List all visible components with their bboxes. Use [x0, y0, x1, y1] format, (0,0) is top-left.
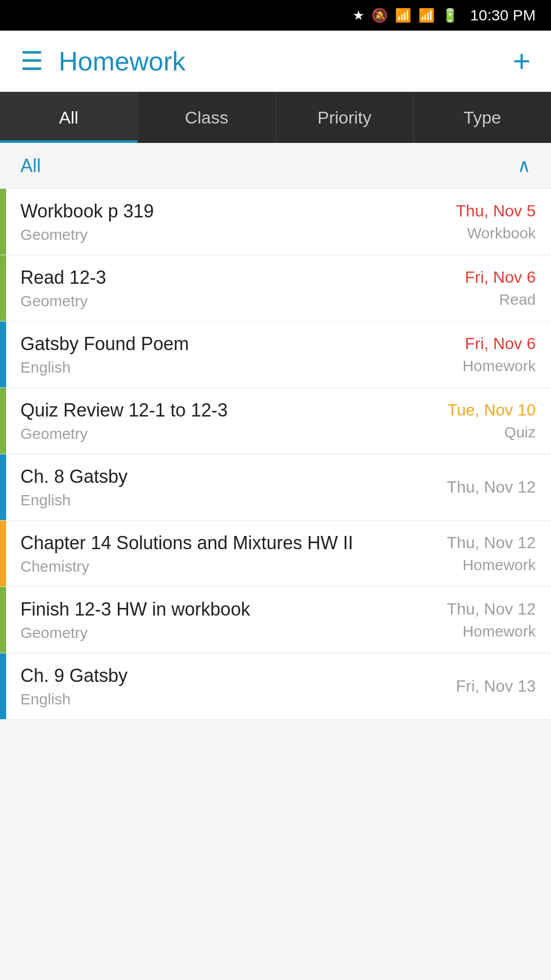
menu-icon[interactable]: ☰ [20, 48, 43, 74]
item-title: Quiz Review 12-1 to 12-3 [20, 400, 228, 421]
list-item[interactable]: Finish 12-3 HW in workbookGeometryThu, N… [0, 587, 551, 653]
tab-class[interactable]: Class [138, 92, 276, 143]
item-date: Thu, Nov 12 [447, 533, 536, 552]
item-right: Fri, Nov 13 [456, 677, 536, 696]
color-bar [0, 454, 6, 520]
item-type: Workbook [467, 225, 536, 242]
tab-type[interactable]: Type [414, 92, 551, 143]
item-title: Ch. 9 Gatsby [20, 665, 128, 687]
bluetooth-icon: ★ [353, 8, 364, 23]
item-subject: Geometry [20, 226, 154, 243]
vibrate-icon: 🔕 [371, 8, 388, 23]
battery-icon: 🔋 [442, 8, 458, 23]
item-right: Tue, Nov 10Quiz [447, 401, 536, 441]
color-bar [0, 521, 6, 586]
item-left: Finish 12-3 HW in workbookGeometry [20, 599, 250, 642]
color-bar [0, 255, 6, 321]
item-date: Fri, Nov 6 [465, 268, 536, 287]
item-content: Chapter 14 Solutions and Mixtures HW IIC… [6, 521, 551, 586]
item-right: Thu, Nov 12Homework [447, 600, 536, 640]
item-right: Fri, Nov 6Read [465, 268, 536, 308]
item-date: Fri, Nov 6 [465, 334, 536, 353]
item-left: Workbook p 319Geometry [20, 201, 154, 243]
color-bar [0, 388, 6, 454]
item-date: Tue, Nov 10 [447, 401, 536, 420]
item-content: Workbook p 319GeometryThu, Nov 5Workbook [6, 189, 551, 255]
wifi-icon: 📶 [395, 8, 411, 23]
item-date: Thu, Nov 12 [447, 600, 536, 619]
list-item[interactable]: Read 12-3GeometryFri, Nov 6Read [0, 255, 551, 322]
item-left: Gatsby Found PoemEnglish [20, 333, 189, 376]
item-title: Workbook p 319 [20, 201, 154, 222]
item-subject: English [20, 691, 128, 708]
item-left: Read 12-3Geometry [20, 267, 106, 310]
filter-label: All [20, 155, 517, 177]
tab-bar: AllClassPriorityType [0, 92, 551, 143]
item-date: Thu, Nov 12 [447, 478, 536, 497]
item-content: Ch. 8 GatsbyEnglishThu, Nov 12 [6, 454, 551, 520]
list-item[interactable]: Chapter 14 Solutions and Mixtures HW IIC… [0, 521, 551, 587]
item-subject: Geometry [20, 292, 106, 310]
item-type: Read [499, 291, 536, 308]
item-left: Ch. 8 GatsbyEnglish [20, 466, 128, 509]
item-right: Fri, Nov 6Homework [463, 334, 536, 375]
app-bar: ☰ Homework + [0, 31, 551, 92]
status-time: 10:30 PM [470, 7, 536, 24]
item-left: Quiz Review 12-1 to 12-3Geometry [20, 400, 228, 443]
item-content: Read 12-3GeometryFri, Nov 6Read [6, 255, 551, 321]
signal-icon: 📶 [418, 8, 435, 23]
status-icons: ★ 🔕 📶 📶 🔋 10:30 PM [353, 7, 536, 24]
item-subject: Geometry [20, 425, 228, 443]
item-subject: English [20, 359, 189, 376]
item-left: Chapter 14 Solutions and Mixtures HW IIC… [20, 532, 353, 575]
item-right: Thu, Nov 12 [447, 478, 536, 497]
item-title: Finish 12-3 HW in workbook [20, 599, 250, 620]
item-type: Quiz [504, 424, 536, 441]
color-bar [0, 587, 6, 653]
color-bar [0, 189, 6, 255]
tab-priority[interactable]: Priority [276, 92, 414, 143]
list-item[interactable]: Workbook p 319GeometryThu, Nov 5Workbook [0, 189, 551, 255]
item-type: Homework [463, 623, 536, 640]
list-item[interactable]: Ch. 8 GatsbyEnglishThu, Nov 12 [0, 454, 551, 521]
color-bar [0, 322, 6, 387]
filter-row[interactable]: All ∧ [0, 143, 551, 189]
item-type: Homework [463, 556, 536, 574]
item-date: Thu, Nov 5 [456, 202, 536, 220]
item-left: Ch. 9 GatsbyEnglish [20, 665, 128, 708]
homework-list: Workbook p 319GeometryThu, Nov 5Workbook… [0, 189, 551, 720]
item-subject: English [20, 492, 128, 509]
item-type: Homework [463, 357, 536, 375]
list-item[interactable]: Ch. 9 GatsbyEnglishFri, Nov 13 [0, 653, 551, 720]
item-subject: Geometry [20, 624, 250, 642]
item-content: Quiz Review 12-1 to 12-3GeometryTue, Nov… [6, 388, 551, 454]
item-content: Gatsby Found PoemEnglishFri, Nov 6Homewo… [6, 322, 551, 387]
item-title: Ch. 8 Gatsby [20, 466, 128, 487]
color-bar [0, 653, 6, 719]
status-bar: ★ 🔕 📶 📶 🔋 10:30 PM [0, 0, 551, 31]
item-date: Fri, Nov 13 [456, 677, 536, 696]
app-title: Homework [59, 46, 513, 77]
item-content: Ch. 9 GatsbyEnglishFri, Nov 13 [6, 653, 551, 719]
item-right: Thu, Nov 5Workbook [456, 202, 536, 242]
item-title: Read 12-3 [20, 267, 106, 288]
item-right: Thu, Nov 12Homework [447, 533, 536, 574]
item-content: Finish 12-3 HW in workbookGeometryThu, N… [6, 587, 551, 653]
add-button[interactable]: + [513, 43, 531, 79]
list-item[interactable]: Gatsby Found PoemEnglishFri, Nov 6Homewo… [0, 322, 551, 388]
item-title: Chapter 14 Solutions and Mixtures HW II [20, 532, 353, 554]
chevron-up-icon: ∧ [517, 155, 531, 177]
list-item[interactable]: Quiz Review 12-1 to 12-3GeometryTue, Nov… [0, 388, 551, 454]
tab-all[interactable]: All [0, 92, 138, 143]
item-subject: Chemistry [20, 558, 353, 575]
item-title: Gatsby Found Poem [20, 333, 189, 355]
